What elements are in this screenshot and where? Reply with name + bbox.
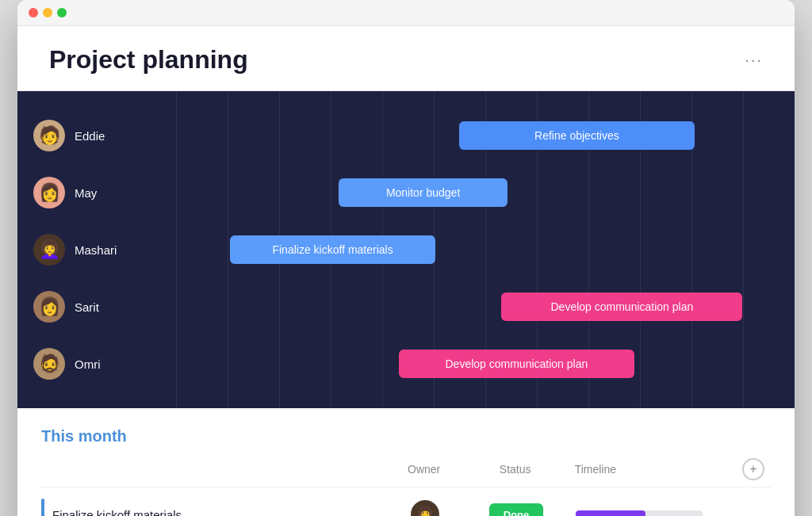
person-info-eddie: 🧑 Eddie xyxy=(33,120,176,151)
title-bar xyxy=(17,0,795,26)
timeline-finalize xyxy=(568,510,742,516)
gantt-bar-area-eddie: Refine objectives xyxy=(176,118,779,153)
avatar-may: 👩 xyxy=(33,177,65,208)
person-name-eddie: Eddie xyxy=(75,129,105,143)
status-finalize: Done xyxy=(465,503,568,517)
owner-finalize: 👩‍🦱 xyxy=(385,500,465,516)
status-badge-done[interactable]: Done xyxy=(489,503,544,517)
timeline-fill-purple xyxy=(576,510,645,516)
gantt-chart: 🧑 Eddie Refine objectives 👩 May Moni xyxy=(17,91,795,408)
section-title: This month xyxy=(41,427,771,445)
person-name-may: May xyxy=(75,186,97,200)
add-column-button[interactable]: + xyxy=(742,458,764,480)
gantt-row-omri: 🧔 Omri Develop communication plan xyxy=(17,335,795,392)
avatar-omri: 🧔 xyxy=(33,348,65,380)
col-header-add: + xyxy=(742,458,771,480)
gantt-row-mashari: 👩‍🦱 Mashari Finalize kickoff materials xyxy=(17,221,795,278)
person-name-mashari: Mashari xyxy=(75,243,117,257)
close-dot[interactable] xyxy=(29,8,38,17)
person-name-omri: Omri xyxy=(75,357,101,371)
page-header: Project planning ··· xyxy=(17,26,795,91)
person-info-sarit: 👩 Sarit xyxy=(33,291,176,323)
col-header-owner: Owner xyxy=(385,463,464,476)
gantt-row-may: 👩 May Monitor budget xyxy=(17,164,795,221)
table-section: This month Owner Status Timeline + Final… xyxy=(17,408,795,516)
gantt-bar-area-mashari: Finalize kickoff materials xyxy=(176,232,779,267)
gantt-bar-eddie[interactable]: Refine objectives xyxy=(459,121,694,150)
gantt-row-sarit: 👩 Sarit Develop communication plan xyxy=(17,278,795,335)
avatar-mashari-table: 👩‍🦱 xyxy=(411,500,439,516)
person-info-omri: 🧔 Omri xyxy=(33,348,176,380)
avatar-sarit: 👩 xyxy=(33,291,65,323)
task-name-finalize: Finalize kickoff materials xyxy=(52,508,385,517)
gantt-bar-may[interactable]: Monitor budget xyxy=(339,178,508,207)
avatar-eddie: 🧑 xyxy=(33,120,65,151)
col-header-timeline: Timeline xyxy=(567,463,742,476)
row-indicator xyxy=(41,499,44,516)
more-options-button[interactable]: ··· xyxy=(745,51,763,69)
table-header: Owner Status Timeline + xyxy=(41,458,771,487)
maximize-dot[interactable] xyxy=(57,8,67,17)
gantt-row-eddie: 🧑 Eddie Refine objectives xyxy=(17,107,795,164)
gantt-bar-area-omri: Develop communication plan xyxy=(176,346,779,381)
gantt-bar-area-may: Monitor budget xyxy=(176,175,779,210)
app-window: Project planning ··· 🧑 Eddie xyxy=(17,0,795,516)
gantt-bar-sarit[interactable]: Develop communication plan xyxy=(501,292,742,321)
gantt-bar-omri[interactable]: Develop communication plan xyxy=(399,350,634,378)
timeline-bar-container xyxy=(576,510,703,516)
person-name-sarit: Sarit xyxy=(75,300,99,314)
col-header-status: Status xyxy=(464,463,567,476)
gantt-bar-mashari[interactable]: Finalize kickoff materials xyxy=(230,235,435,264)
page-title: Project planning xyxy=(49,45,248,75)
gantt-rows: 🧑 Eddie Refine objectives 👩 May Moni xyxy=(17,107,795,392)
avatar-mashari: 👩‍🦱 xyxy=(33,234,65,266)
table-row-finalize: Finalize kickoff materials 👩‍🦱 Done xyxy=(41,487,771,516)
person-info-may: 👩 May xyxy=(33,177,176,208)
person-info-mashari: 👩‍🦱 Mashari xyxy=(33,234,176,266)
gantt-bar-area-sarit: Develop communication plan xyxy=(176,289,779,324)
minimize-dot[interactable] xyxy=(43,8,52,17)
